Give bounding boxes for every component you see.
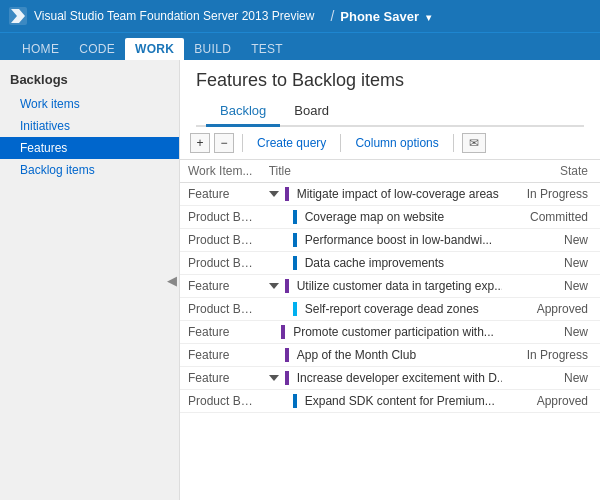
collapse-all-button[interactable]: − — [214, 133, 234, 153]
table-header-row: Work Item... Title State — [180, 160, 600, 183]
title-text: Expand SDK content for Premium... — [305, 394, 495, 408]
table-row: Product B…Data cache improvementsNew — [180, 252, 600, 275]
title-text: Increase developer excitement with D... — [297, 371, 502, 385]
nav-item-code[interactable]: CODE — [69, 38, 125, 60]
backlog-data-table: Work Item... Title State FeatureMitigate… — [180, 160, 600, 413]
app-title: Visual Studio Team Foundation Server 201… — [34, 9, 314, 23]
content-area: Backlogs Work items InitiativesFeaturesB… — [0, 60, 600, 500]
cell-type: Feature — [180, 321, 261, 344]
col-header-type: Work Item... — [180, 160, 261, 183]
main-nav: HOMECODEWORKBUILDTEST — [0, 32, 600, 60]
toolbar-divider-3 — [453, 134, 454, 152]
type-color-bar — [285, 371, 289, 385]
cell-title[interactable]: Data cache improvements — [261, 252, 502, 275]
nav-item-work[interactable]: WORK — [125, 38, 184, 60]
table-body: FeatureMitigate impact of low-coverage a… — [180, 183, 600, 413]
column-options-link[interactable]: Column options — [349, 134, 444, 152]
vs-logo — [8, 6, 28, 26]
type-color-bar — [285, 348, 289, 362]
table-row: Product B…Performance boost in low-bandw… — [180, 229, 600, 252]
col-header-state: State — [502, 160, 600, 183]
cell-title[interactable]: Promote customer participation with... — [261, 321, 502, 344]
backlog-table: Work Item... Title State FeatureMitigate… — [180, 160, 600, 500]
sidebar-item-backlog-items[interactable]: Backlog items — [0, 159, 179, 181]
main-panel: Features to Backlog items BacklogBoard +… — [180, 60, 600, 500]
cell-type: Feature — [180, 183, 261, 206]
sidebar-item-initiatives[interactable]: Initiatives — [0, 115, 179, 137]
type-color-bar — [293, 233, 297, 247]
sidebar-section-header: Backlogs — [0, 66, 179, 93]
title-text: Mitigate impact of low-coverage areas — [297, 187, 499, 201]
cell-title[interactable]: Increase developer excitement with D... — [261, 367, 502, 390]
toolbar: + − Create query Column options ✉ — [180, 127, 600, 160]
title-text: Promote customer participation with... — [293, 325, 494, 339]
cell-type: Feature — [180, 275, 261, 298]
toolbar-divider-2 — [340, 134, 341, 152]
create-query-link[interactable]: Create query — [251, 134, 332, 152]
expand-triangle-icon[interactable] — [269, 283, 279, 289]
type-color-bar — [293, 302, 297, 316]
mail-button[interactable]: ✉ — [462, 133, 486, 153]
cell-title[interactable]: Utilize customer data in targeting exp..… — [261, 275, 502, 298]
cell-state: New — [502, 275, 600, 298]
table-row: FeatureMitigate impact of low-coverage a… — [180, 183, 600, 206]
table-row: FeaturePromote customer participation wi… — [180, 321, 600, 344]
table-row: Product B…Self-report coverage dead zone… — [180, 298, 600, 321]
cell-state: In Progress — [502, 344, 600, 367]
col-header-title: Title — [261, 160, 502, 183]
sidebar-items-list: InitiativesFeaturesBacklog items — [0, 115, 179, 181]
title-text: Self-report coverage dead zones — [305, 302, 479, 316]
page-title: Features to Backlog items — [196, 70, 584, 91]
type-color-bar — [285, 187, 289, 201]
table-row: FeatureIncrease developer excitement wit… — [180, 367, 600, 390]
nav-item-build[interactable]: BUILD — [184, 38, 241, 60]
cell-state: New — [502, 229, 600, 252]
top-bar: Visual Studio Team Foundation Server 201… — [0, 0, 600, 32]
cell-type: Product B… — [180, 298, 261, 321]
sub-nav-tabs: BacklogBoard — [196, 97, 584, 127]
table-header: Work Item... Title State — [180, 160, 600, 183]
project-name[interactable]: Phone Saver ▾ — [340, 9, 430, 24]
cell-title[interactable]: App of the Month Club — [261, 344, 502, 367]
cell-title[interactable]: Performance boost in low-bandwi... — [261, 229, 502, 252]
sidebar: Backlogs Work items InitiativesFeaturesB… — [0, 60, 180, 500]
main-panel-header: Features to Backlog items BacklogBoard — [180, 60, 600, 127]
cell-state: New — [502, 367, 600, 390]
expand-all-button[interactable]: + — [190, 133, 210, 153]
cell-state: New — [502, 252, 600, 275]
cell-type: Feature — [180, 367, 261, 390]
toolbar-divider-1 — [242, 134, 243, 152]
tab-board[interactable]: Board — [280, 97, 343, 127]
type-color-bar — [293, 256, 297, 270]
type-color-bar — [293, 210, 297, 224]
cell-type: Feature — [180, 344, 261, 367]
type-color-bar — [285, 279, 289, 293]
cell-title[interactable]: Expand SDK content for Premium... — [261, 390, 502, 413]
cell-type: Product B… — [180, 252, 261, 275]
table-row: FeatureUtilize customer data in targetin… — [180, 275, 600, 298]
cell-title[interactable]: Coverage map on website — [261, 206, 502, 229]
title-text: Utilize customer data in targeting exp..… — [297, 279, 502, 293]
type-color-bar — [281, 325, 285, 339]
cell-state: Committed — [502, 206, 600, 229]
sidebar-item-features[interactable]: Features — [0, 137, 179, 159]
nav-item-home[interactable]: HOME — [12, 38, 69, 60]
expand-triangle-icon[interactable] — [269, 375, 279, 381]
title-text: Data cache improvements — [305, 256, 444, 270]
sidebar-collapse-handle[interactable]: ◀ — [165, 60, 179, 500]
nav-item-test[interactable]: TEST — [241, 38, 293, 60]
title-text: Performance boost in low-bandwi... — [305, 233, 492, 247]
cell-state: Approved — [502, 390, 600, 413]
sidebar-work-items-link[interactable]: Work items — [0, 93, 179, 115]
type-color-bar — [293, 394, 297, 408]
tab-backlog[interactable]: Backlog — [206, 97, 280, 127]
cell-state: Approved — [502, 298, 600, 321]
cell-title[interactable]: Mitigate impact of low-coverage areas — [261, 183, 502, 206]
nav-separator: / — [330, 8, 334, 24]
cell-title[interactable]: Self-report coverage dead zones — [261, 298, 502, 321]
cell-type: Product B… — [180, 390, 261, 413]
expand-triangle-icon[interactable] — [269, 191, 279, 197]
table-row: Product B…Expand SDK content for Premium… — [180, 390, 600, 413]
title-text: Coverage map on website — [305, 210, 444, 224]
table-row: FeatureApp of the Month ClubIn Progress — [180, 344, 600, 367]
